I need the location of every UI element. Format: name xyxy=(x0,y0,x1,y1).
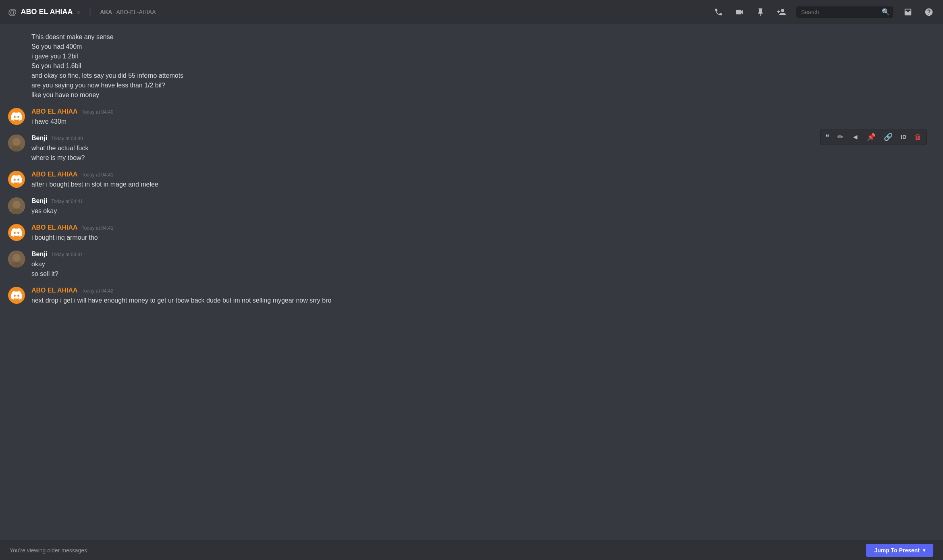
jump-to-present-button[interactable]: Jump To Present ▾ xyxy=(866,544,933,557)
message-header: ABO EL AHIAA Today at 04:42 xyxy=(31,287,935,294)
message-author: ABO EL AHIAA xyxy=(31,108,78,115)
reply-action[interactable]: ◄ xyxy=(850,131,860,143)
message-content: Benji Today at 04:40 what the actual fuc… xyxy=(31,135,935,163)
message-line: This doesnt make any sense xyxy=(31,32,935,42)
quote-action[interactable]: ❝ xyxy=(824,131,831,143)
id-action[interactable]: ID xyxy=(899,132,908,142)
inbox-icon[interactable] xyxy=(902,6,914,18)
message-line: are you saying you now have less than 1/… xyxy=(31,81,935,90)
message-group: ABO EL AHIAA Today at 04:41 after i boug… xyxy=(8,171,935,189)
message-content: ABO EL AHIAA Today at 04:40 i have 430m xyxy=(31,108,935,127)
svg-point-7 xyxy=(12,254,21,262)
message-content: ABO EL AHIAA Today at 04:42 next drop i … xyxy=(31,287,935,305)
message-line: so sell it? xyxy=(31,269,935,279)
add-member-icon[interactable] xyxy=(775,6,787,18)
phone-icon[interactable] xyxy=(712,6,725,18)
title-bar-right: 🔍 xyxy=(712,6,935,18)
message-header: ABO EL AHIAA Today at 04:40 xyxy=(31,108,935,115)
message-line: yes okay xyxy=(31,206,935,216)
jump-to-present-label: Jump To Present xyxy=(874,547,920,554)
message-content: Benji Today at 04:41 okay so sell it? xyxy=(31,251,935,279)
avatar xyxy=(8,287,25,304)
svg-point-4 xyxy=(12,201,21,209)
pin-icon[interactable] xyxy=(754,6,766,18)
message-line: after i bought best in slot in mage and … xyxy=(31,180,935,189)
title-bar: @ ABO EL AHIAA ○ | AKA ABO-EL-AHIAA 🔍 xyxy=(0,0,943,24)
message-line: So you had 400m xyxy=(31,42,935,52)
message-header: Benji Today at 04:41 xyxy=(31,197,935,205)
benji-face xyxy=(8,135,25,151)
search-wrapper: 🔍 xyxy=(796,6,893,18)
message-line: where is my tbow? xyxy=(31,153,935,163)
message-timestamp: Today at 04:40 xyxy=(51,136,83,141)
message-line: like you have no money xyxy=(31,90,935,100)
message-line: i have 430m xyxy=(31,117,935,127)
message-timestamp: Today at 04:40 xyxy=(82,109,114,115)
continuation-messages: This doesnt make any sense So you had 40… xyxy=(8,32,935,100)
avatar xyxy=(8,135,25,151)
message-content: Benji Today at 04:41 yes okay xyxy=(31,197,935,216)
avatar xyxy=(8,197,25,214)
at-icon: @ xyxy=(8,7,17,17)
message-content: ABO EL AHIAA Today at 04:41 after i boug… xyxy=(31,171,935,189)
avatar xyxy=(8,251,25,268)
message-line: So you had 1.6bil xyxy=(31,61,935,71)
message-group: ABO EL AHIAA Today at 04:41 i bought inq… xyxy=(8,224,935,243)
delete-action[interactable]: 🗑 xyxy=(913,131,923,143)
message-header: ABO EL AHIAA Today at 04:41 xyxy=(31,224,935,231)
title-bar-left: @ ABO EL AHIAA ○ | AKA ABO-EL-AHIAA xyxy=(8,7,156,17)
message-group: Benji Today at 04:40 what the actual fuc… xyxy=(8,135,935,163)
message-line: next drop i get i will have enought mone… xyxy=(31,296,935,305)
message-timestamp: Today at 04:41 xyxy=(82,172,114,178)
message-content: ABO EL AHIAA Today at 04:41 i bought inq… xyxy=(31,224,935,243)
message-timestamp: Today at 04:41 xyxy=(82,225,114,231)
message-line: okay xyxy=(31,259,935,269)
older-messages-label: You're viewing older messages xyxy=(10,547,87,554)
status-bar: You're viewing older messages Jump To Pr… xyxy=(0,540,943,560)
message-line: i gave you 1.2bil xyxy=(31,52,935,61)
online-indicator: ○ xyxy=(77,9,80,15)
message-author: Benji xyxy=(31,197,47,205)
message-group: Benji Today at 04:41 yes okay xyxy=(8,197,935,216)
message-author: ABO EL AHIAA xyxy=(31,224,78,231)
message-group: ABO EL AHIAA Today at 04:42 next drop i … xyxy=(8,287,935,305)
avatar xyxy=(8,224,25,241)
avatar xyxy=(8,108,25,125)
messages-area: This doesnt make any sense So you had 40… xyxy=(0,24,943,540)
message-author: Benji xyxy=(31,135,47,142)
video-icon[interactable] xyxy=(733,6,746,18)
message-header: Benji Today at 04:40 xyxy=(31,135,935,142)
message-actions: ❝ ✏ ◄ 📌 🔗 ID 🗑 xyxy=(820,129,927,145)
channel-name: ABO EL AHIAA xyxy=(21,8,73,16)
message-group: ABO EL AHIAA Today at 04:40 i have 430m xyxy=(8,108,935,127)
message-line: i bought inq armour tho xyxy=(31,233,935,243)
avatar xyxy=(8,171,25,188)
message-timestamp: Today at 04:41 xyxy=(51,252,83,257)
message-author: ABO EL AHIAA xyxy=(31,171,78,178)
message-header: Benji Today at 04:41 xyxy=(31,251,935,258)
jump-chevron-icon: ▾ xyxy=(923,548,925,553)
message-line: and okay so fine, lets say you did 55 in… xyxy=(31,71,935,81)
message-header: ABO EL AHIAA Today at 04:41 xyxy=(31,171,935,178)
edit-action[interactable]: ✏ xyxy=(836,131,845,143)
aka-label: AKA xyxy=(100,9,112,15)
help-icon[interactable] xyxy=(923,6,935,18)
message-line: what the actual fuck xyxy=(31,143,935,153)
message-timestamp: Today at 04:42 xyxy=(82,288,114,294)
message-group: Benji Today at 04:41 okay so sell it? xyxy=(8,251,935,279)
search-input[interactable] xyxy=(796,6,893,18)
message-timestamp: Today at 04:41 xyxy=(51,199,83,204)
svg-point-1 xyxy=(12,138,21,146)
message-author: ABO EL AHIAA xyxy=(31,287,78,294)
title-divider: | xyxy=(89,7,91,17)
message-author: Benji xyxy=(31,251,47,258)
forward-action[interactable]: 📌 xyxy=(865,131,877,143)
link-action[interactable]: 🔗 xyxy=(882,131,894,143)
search-icon: 🔍 xyxy=(882,8,890,16)
aka-value: ABO-EL-AHIAA xyxy=(116,9,156,15)
